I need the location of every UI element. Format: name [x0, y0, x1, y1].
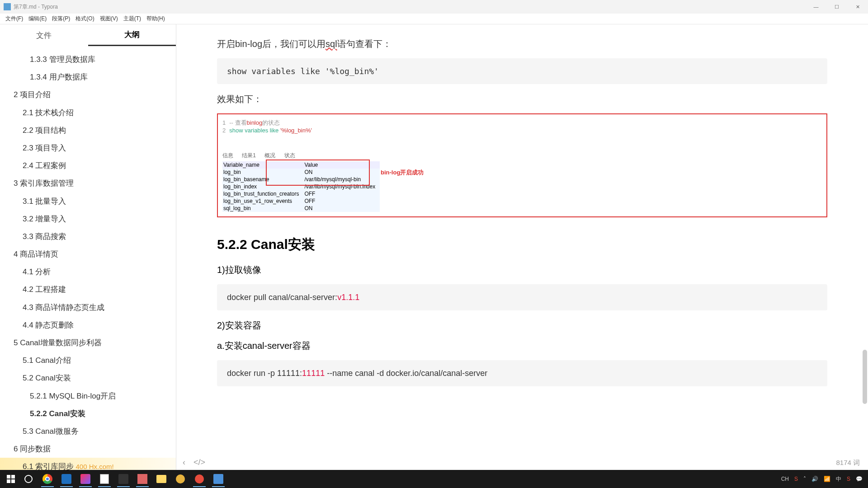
system-tray[interactable]: CH S ˄ 🔊 📶 中 S 💬 — [778, 475, 868, 483]
code3-a: docker run -p 11111: — [227, 369, 302, 378]
outline-item[interactable]: 2.2 项目结构 — [0, 122, 176, 139]
tray-wifi-icon[interactable]: 📶 — [824, 476, 830, 482]
tab-outline[interactable]: 大纲 — [88, 24, 176, 46]
intellij-icon[interactable] — [77, 471, 94, 487]
sidebar: 文件 大纲 1.3.3 管理员数据库1.3.4 用户数据库2 项目介绍2.1 技… — [0, 24, 176, 470]
watermark: 400 Hx.com! — [74, 463, 113, 470]
code2-a: docker pull canal/canal-server: — [227, 293, 337, 302]
svg-rect-3 — [11, 479, 15, 483]
intro-before: 开启bin-log后，我们可以用 — [217, 39, 326, 49]
fig-cmt-post: 的状态 — [262, 119, 280, 126]
outline-item[interactable]: 3.1 批量导入 — [0, 192, 176, 210]
figure-tabs: 信息 结果1 概况 状态 — [222, 152, 822, 160]
outline-item[interactable]: 2.4 工程案例 — [0, 157, 176, 174]
content[interactable]: 开启bin-log后，我们可以用sql语句查看下： show variables… — [176, 24, 868, 470]
outline-item[interactable]: 5.1 Canal介绍 — [0, 352, 176, 369]
outline-item[interactable]: 3 索引库数据管理 — [0, 174, 176, 192]
svg-point-4 — [25, 475, 32, 483]
tray-volume-icon[interactable]: 🔊 — [811, 476, 818, 482]
outline-item[interactable]: 1.3.4 用户数据库 — [0, 68, 176, 86]
outline-item[interactable]: 3.3 商品搜索 — [0, 228, 176, 245]
outline-item[interactable]: 5.2 Canal安装 — [0, 369, 176, 387]
menu-edit[interactable]: 编辑(E) — [26, 15, 49, 23]
heading-522: 5.2.2 Canal安装 — [217, 235, 827, 254]
tray-ime[interactable]: 中 — [836, 475, 841, 483]
menu-theme[interactable]: 主题(T) — [121, 15, 144, 23]
outline-item[interactable]: 4.4 静态页删除 — [0, 316, 176, 334]
svg-rect-2 — [7, 479, 10, 483]
app-icon-5[interactable] — [210, 471, 226, 487]
fig-line2a: show variables like — [229, 127, 280, 134]
fig-line2b: '%log_bin%' — [280, 127, 312, 134]
outline[interactable]: 1.3.3 管理员数据库1.3.4 用户数据库2 项目介绍2.1 技术栈介绍2.… — [0, 46, 176, 470]
code-block-1[interactable]: show variables like '%log_bin%' — [217, 58, 827, 84]
outline-item[interactable]: 4 商品详情页 — [0, 245, 176, 263]
menu-help[interactable]: 帮助(H) — [144, 15, 168, 23]
vscode-icon[interactable] — [115, 471, 132, 487]
tray-notification-icon[interactable]: 💬 — [856, 476, 863, 482]
tray-sogou2-icon[interactable]: S — [847, 476, 850, 482]
code3-b: 11111 — [302, 369, 325, 378]
tray-lang[interactable]: CH — [781, 476, 789, 482]
app-icon — [4, 3, 11, 10]
outline-item[interactable]: 6.1 索引库同步 400 Hx.com! — [0, 458, 176, 470]
outline-item[interactable]: 3.2 增量导入 — [0, 210, 176, 228]
outline-item[interactable]: 2.1 技术栈介绍 — [0, 104, 176, 122]
fig-cmt-pre: -- 查看 — [229, 119, 246, 126]
app-icon-2[interactable] — [134, 471, 151, 487]
notepad-icon[interactable] — [96, 471, 113, 487]
tray-chevron-up-icon[interactable]: ˄ — [803, 476, 806, 482]
start-button[interactable] — [3, 471, 19, 487]
outline-item[interactable]: 4.1 分析 — [0, 263, 176, 281]
outline-item[interactable]: 5.3 Canal微服务 — [0, 422, 176, 440]
code-block-2[interactable]: docker pull canal/canal-server:v1.1.1 — [217, 284, 827, 310]
code2-b: v1.1.1 — [337, 293, 359, 302]
close-button[interactable]: ✕ — [847, 0, 868, 14]
svg-rect-0 — [7, 475, 10, 479]
outline-item[interactable]: 6 同步数据 — [0, 440, 176, 458]
app-icon-4[interactable] — [191, 471, 208, 487]
outline-item[interactable]: 2 项目介绍 — [0, 86, 176, 103]
outline-item[interactable]: 5.2.2 Canal安装 — [0, 405, 176, 422]
menu-file[interactable]: 文件(F) — [3, 15, 26, 23]
menu-format[interactable]: 格式(O) — [73, 15, 97, 23]
outline-item[interactable]: 4.3 商品详情静态页生成 — [0, 299, 176, 316]
result-figure: 1-- 查看binlog的状态 2show variables like '%l… — [217, 113, 827, 217]
outline-item[interactable]: 4.2 工程搭建 — [0, 281, 176, 298]
cortana-icon[interactable] — [20, 471, 37, 487]
fig-tab-info: 信息 — [222, 152, 233, 159]
step2: 2)安装容器 — [217, 319, 827, 332]
outline-item[interactable]: 5.2.1 MySQL Bin-log开启 — [0, 387, 176, 405]
menu-paragraph[interactable]: 段落(P) — [49, 15, 73, 23]
code3-c: --name canal -d docker.io/canal/canal-se… — [325, 369, 487, 378]
outline-item[interactable]: 2.3 项目导入 — [0, 139, 176, 157]
maximize-button[interactable]: ☐ — [826, 0, 847, 14]
code-block-3[interactable]: docker run -p 11111:11111 --name canal -… — [217, 360, 827, 386]
step1: 1)拉取镜像 — [217, 264, 827, 276]
source-code-icon[interactable]: </> — [193, 458, 205, 467]
titlebar: 第7章.md - Typora — ☐ ✕ — [0, 0, 868, 14]
back-icon[interactable]: ‹ — [183, 458, 185, 467]
scrollbar-thumb[interactable] — [863, 350, 867, 404]
intro-sql: sql — [326, 39, 337, 49]
tray-sogou-icon[interactable]: S — [794, 476, 798, 482]
tab-files[interactable]: 文件 — [0, 24, 88, 46]
taskbar[interactable]: CH S ˄ 🔊 📶 中 S 💬 — [0, 470, 868, 488]
word-count[interactable]: 8174 词 — [836, 459, 860, 467]
menubar: 文件(F) 编辑(E) 段落(P) 格式(O) 视图(V) 主题(T) 帮助(H… — [0, 14, 868, 24]
app-icon-1[interactable] — [58, 471, 75, 487]
chrome-icon[interactable] — [39, 471, 56, 487]
fig-tab-summary: 概况 — [264, 152, 275, 159]
result-label: 效果如下： — [217, 93, 827, 105]
app-icon-3[interactable] — [172, 471, 189, 487]
figure-note: bin-log开启成功 — [381, 169, 424, 177]
fig-tab-status: 状态 — [284, 152, 295, 159]
svg-rect-1 — [11, 475, 15, 479]
minimize-button[interactable]: — — [806, 0, 826, 14]
outline-item[interactable]: 1.3.3 管理员数据库 — [0, 51, 176, 68]
explorer-icon[interactable] — [153, 471, 170, 487]
menu-view[interactable]: 视图(V) — [97, 15, 121, 23]
outline-item[interactable]: 5 Canal增量数据同步利器 — [0, 334, 176, 352]
bottom-bar: ‹ </> — [176, 455, 868, 470]
window-controls: — ☐ ✕ — [806, 0, 868, 14]
